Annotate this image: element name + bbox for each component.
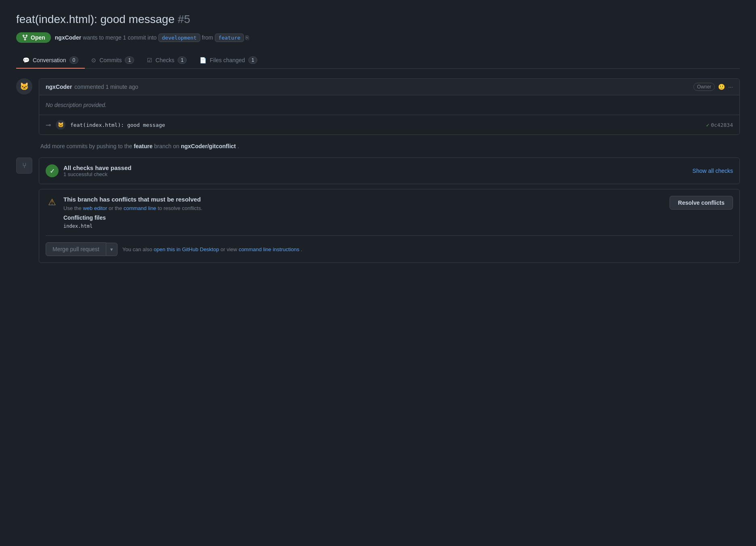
open-badge: Open xyxy=(16,32,51,43)
commenter-name[interactable]: ngxCoder xyxy=(46,84,72,90)
pr-number: #5 xyxy=(178,13,190,25)
pr-from-text: from xyxy=(202,34,215,41)
files-icon: 📄 xyxy=(200,57,206,63)
commit-check-icon: ✓ xyxy=(706,122,709,128)
github-desktop-text: open this in GitHub Desktop xyxy=(154,246,219,252)
comment-actions: Owner 🙂 ··· xyxy=(693,83,733,91)
comment-action: commented xyxy=(74,84,104,90)
commits-icon: ⊙ xyxy=(91,57,96,63)
source-branch[interactable]: feature xyxy=(215,34,244,42)
merge-section: Merge pull request ▾ You can also open t… xyxy=(39,236,739,262)
owner-badge: Owner xyxy=(693,83,715,91)
avatar-image: 🐱 xyxy=(16,78,32,94)
check-info: All checks have passed 1 successful chec… xyxy=(63,164,131,177)
conflict-warning-icon: ⚠ xyxy=(46,196,59,209)
commit-line: ⊸ 🐱 feat(index.html): good message ✓ 0c4… xyxy=(39,115,739,134)
comment-body-text: No description provided. xyxy=(46,102,107,108)
merge-extra-middle: or view xyxy=(220,246,237,252)
tab-checks[interactable]: ☑ Checks 1 xyxy=(141,52,193,69)
pr-meta-description: ngxCoder wants to merge 1 commit into de… xyxy=(55,34,249,41)
conversation-icon: 💬 xyxy=(23,57,29,63)
pr-meta-action: wants to merge 1 commit into xyxy=(83,34,157,41)
web-editor-link[interactable]: web editor xyxy=(83,205,109,211)
info-repo: ngxCoder/gitconflict xyxy=(181,143,236,149)
merge-extra-before: You can also xyxy=(122,246,152,252)
main-content: 🐱 ngxCoder commented 1 minute ago Owner … xyxy=(16,69,740,135)
copy-branch-icon[interactable]: ⎘ xyxy=(246,34,249,41)
commit-avatar: 🐱 xyxy=(56,120,65,130)
comment-header-left: ngxCoder commented 1 minute ago xyxy=(46,84,138,90)
more-options-icon[interactable]: ··· xyxy=(728,84,733,90)
resolve-btn-text: Resolve conflicts xyxy=(678,200,724,206)
emoji-reaction-icon[interactable]: 🙂 xyxy=(718,84,725,90)
info-before: Add more commits by pushing to the xyxy=(40,143,132,149)
info-middle: branch on xyxy=(154,143,179,149)
conflict-title: This branch has conflicts that must be r… xyxy=(63,196,202,203)
commit-hash-text[interactable]: 0c42834 xyxy=(711,122,733,128)
comment-timestamp: 1 minute ago xyxy=(105,84,138,90)
conflict-desc-middle: or the xyxy=(109,205,122,211)
info-end: . xyxy=(237,143,239,149)
command-line-text: command line xyxy=(124,205,156,211)
pr-tabs: 💬 Conversation 0 ⊙ Commits 1 ☑ Checks 1 … xyxy=(16,52,740,69)
merge-graph-icon: ⑂ xyxy=(16,158,32,174)
merge-btn-group: Merge pull request ▾ xyxy=(46,242,118,256)
conflicting-files-title: Conflicting files xyxy=(63,214,202,221)
info-text: Add more commits by pushing to the featu… xyxy=(16,135,740,158)
command-line-link[interactable]: command line xyxy=(124,205,158,211)
check-subtitle: 1 successful check xyxy=(63,171,131,177)
command-line-instructions-text: command line instructions xyxy=(239,246,299,252)
check-title: All checks have passed xyxy=(63,164,131,171)
comment-box: ngxCoder commented 1 minute ago Owner 🙂 … xyxy=(39,78,740,135)
comment-header: ngxCoder commented 1 minute ago Owner 🙂 … xyxy=(39,79,739,95)
pr-meta: Open ngxCoder wants to merge 1 commit in… xyxy=(16,32,740,43)
target-branch[interactable]: development xyxy=(158,34,200,42)
merge-btn-label: Merge pull request xyxy=(52,246,99,252)
tab-files-label: Files changed xyxy=(210,57,245,63)
commit-hash: ✓ 0c42834 xyxy=(706,122,733,128)
author-avatar: 🐱 xyxy=(16,78,32,94)
show-all-checks-text: Show all checks xyxy=(693,168,733,174)
merge-icon xyxy=(22,34,28,41)
merge-dropdown-button[interactable]: ▾ xyxy=(106,243,118,256)
tab-conversation-count: 0 xyxy=(69,57,79,64)
tab-commits-label: Commits xyxy=(99,57,122,63)
warning-triangle-icon: ⚠ xyxy=(48,197,56,208)
pr-status-text: Open xyxy=(31,34,45,41)
resolve-conflicts-button[interactable]: Resolve conflicts xyxy=(670,196,733,210)
tab-conversation-label: Conversation xyxy=(33,57,66,63)
pr-title-text: feat(index.html): good message xyxy=(16,13,174,25)
all-checks-card: ✓ All checks have passed 1 successful ch… xyxy=(39,158,740,184)
show-all-checks-link[interactable]: Show all checks xyxy=(693,168,733,174)
tab-commits-count: 1 xyxy=(125,57,134,64)
conflict-card: ⚠ This branch has conflicts that must be… xyxy=(39,189,740,263)
tab-checks-label: Checks xyxy=(155,57,174,63)
github-desktop-link[interactable]: open this in GitHub Desktop xyxy=(154,246,221,252)
command-line-instructions-link[interactable]: command line instructions xyxy=(239,246,301,252)
commit-message: feat(index.html): good message xyxy=(70,122,701,128)
comment-action-time: commented 1 minute ago xyxy=(74,84,138,90)
pr-title: feat(index.html): good message #5 xyxy=(16,13,740,26)
merge-extra-after: . xyxy=(301,246,302,252)
tab-conversation[interactable]: 💬 Conversation 0 xyxy=(16,52,85,69)
conflict-content: This branch has conflicts that must be r… xyxy=(63,196,202,229)
svg-text:🐱: 🐱 xyxy=(20,82,29,91)
check-passed-icon: ✓ xyxy=(46,164,59,177)
pr-author: ngxCoder xyxy=(55,34,81,41)
tab-files-changed[interactable]: 📄 Files changed 1 xyxy=(193,52,264,69)
checks-section-wrapper: ⑂ ✓ All checks have passed 1 successful … xyxy=(16,158,740,263)
tab-commits[interactable]: ⊙ Commits 1 xyxy=(85,52,141,69)
merge-pull-request-button[interactable]: Merge pull request xyxy=(46,242,106,256)
check-row: ✓ All checks have passed 1 successful ch… xyxy=(46,164,733,177)
check-row-left: ✓ All checks have passed 1 successful ch… xyxy=(46,164,131,177)
merge-extra-text: You can also open this in GitHub Desktop… xyxy=(122,246,302,252)
comment-body: No description provided. xyxy=(39,95,739,115)
conflict-desc: Use the web editor or the command line t… xyxy=(63,205,202,211)
commit-dot-icon: ⊸ xyxy=(46,121,51,129)
checks-icon: ☑ xyxy=(147,57,152,63)
conflicting-file-item: index.html xyxy=(63,223,202,229)
tab-files-count: 1 xyxy=(248,57,258,64)
info-branch: feature xyxy=(134,143,153,149)
conflict-desc-after: to resolve conflicts. xyxy=(158,205,202,211)
tab-checks-count: 1 xyxy=(178,57,187,64)
